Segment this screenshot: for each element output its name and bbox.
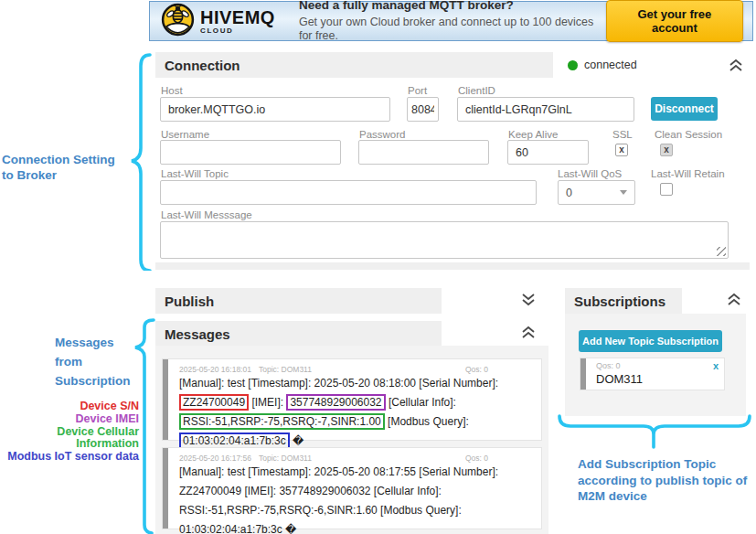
- last-will-message-textarea[interactable]: [160, 221, 729, 259]
- message-tail: �: [293, 434, 303, 447]
- last-will-retain-checkbox[interactable]: [660, 183, 673, 196]
- subscriptions-title: Subscriptions: [574, 294, 665, 309]
- connection-annotation: Connection Setting to Broker: [2, 152, 139, 183]
- last-will-topic-input[interactable]: [160, 180, 537, 205]
- textarea-resize-grip-icon[interactable]: [717, 247, 726, 256]
- subscription-item: Qos: 0 x DOM311: [580, 358, 724, 390]
- disconnect-button[interactable]: Disconnect: [651, 97, 718, 121]
- clean-session-checkbox[interactable]: x: [660, 144, 673, 156]
- modbus-query-value: 01:03:02:04:a1:7b:3c: [179, 433, 290, 449]
- keepalive-label: Keep Alive: [508, 129, 558, 140]
- message-line: [Manual]: test [Timestamp]: 2025-05-20 0…: [179, 463, 541, 482]
- connection-status-label: connected: [584, 59, 637, 71]
- messages-header: Messages: [155, 321, 442, 347]
- connection-header: Connection: [155, 52, 553, 78]
- remove-subscription-button[interactable]: x: [713, 361, 719, 370]
- connected-dot-icon: [568, 60, 578, 70]
- connection-section: Connection connected Host Port ClientID …: [155, 52, 750, 270]
- keepalive-input[interactable]: [507, 140, 589, 165]
- hivemq-logo: HIVEMQ CLOUD: [161, 3, 275, 40]
- modbus-annotation: Modbus IoT sensor data: [0, 451, 139, 464]
- password-label: Password: [359, 129, 406, 140]
- device-cellular-annotation: Device Cellular Information: [0, 426, 139, 452]
- host-label: Host: [161, 85, 183, 96]
- dropdown-arrow-icon: [620, 190, 627, 195]
- message-topic: Topic: DOM311: [259, 365, 465, 374]
- messages-list: 2025-05-20 16:18:01 Topic: DOM311 Qos: 0…: [155, 346, 548, 534]
- subscription-qos: Qos: 0: [596, 361, 621, 370]
- publish-expand-icon[interactable]: [519, 293, 538, 306]
- last-will-retain-label: Last-Will Retain: [651, 168, 725, 179]
- hivemq-cloud-text: CLOUD: [200, 27, 275, 35]
- modbus-separator: [Modbus Query]:: [388, 415, 469, 428]
- messages-collapse-icon[interactable]: [519, 326, 538, 339]
- message-card: 2025-05-20 16:17:56 Topic: DOM311 Qos: 0…: [163, 448, 541, 529]
- clientid-input[interactable]: [457, 97, 634, 122]
- message-qos: Qos: 0: [465, 454, 488, 463]
- message-qos: Qos: 0: [465, 365, 488, 374]
- subscriptions-header: Subscriptions: [565, 288, 682, 314]
- banner-subline: Get your own Cloud broker and connect up…: [299, 16, 606, 44]
- password-input[interactable]: [358, 140, 489, 165]
- message-line: ZZ24700049 [IMEI]: 357748929006032 [Cell…: [179, 393, 541, 412]
- connection-status: connected: [553, 52, 708, 78]
- port-label: Port: [408, 85, 427, 96]
- connection-footer-bar: [155, 262, 750, 270]
- hivemq-brand-text: HIVEMQ: [200, 8, 275, 27]
- subscriptions-panel: Add New Topic Subscription Qos: 0 x DOM3…: [565, 314, 746, 416]
- subscriptions-collapse-icon[interactable]: [725, 293, 743, 306]
- subscription-annotation: Add Subscription Topic according to publ…: [578, 456, 751, 505]
- connection-brace-icon: [130, 53, 154, 274]
- hivemq-bee-icon: [161, 3, 195, 40]
- last-will-qos-value: 0: [566, 187, 572, 199]
- username-input[interactable]: [160, 140, 341, 165]
- message-card: 2025-05-20 16:18:01 Topic: DOM311 Qos: 0…: [163, 359, 541, 440]
- message-timestamp: 2025-05-20 16:18:01: [179, 365, 259, 374]
- publish-header: Publish: [155, 288, 442, 314]
- imei-value: 357748929006032: [286, 394, 385, 411]
- device-imei-annotation: Device IMEI: [0, 413, 139, 426]
- add-topic-subscription-button[interactable]: Add New Topic Subscription: [579, 330, 722, 352]
- serial-number-value: ZZ24700049: [179, 394, 249, 411]
- banner-headline: Need a fully managed MQTT broker?: [299, 0, 606, 14]
- message-line: ZZ24700049 [IMEI]: 357748929006032 [Cell…: [179, 482, 541, 501]
- username-label: Username: [161, 129, 209, 140]
- mqtt-websocket-client-screen: HIVEMQ CLOUD Need a fully managed MQTT b…: [0, 0, 756, 534]
- connection-collapse-icon[interactable]: [727, 59, 745, 72]
- message-timestamp: 2025-05-20 16:17:56: [179, 454, 259, 463]
- clientid-label: ClientID: [458, 85, 495, 96]
- last-will-qos-label: Last-Will QoS: [558, 168, 622, 179]
- publish-title: Publish: [165, 294, 214, 309]
- message-line: 01:03:02:04:a1:7b:3c �: [179, 520, 541, 534]
- hivemq-ad-banner: HIVEMQ CLOUD Need a fully managed MQTT b…: [149, 1, 753, 41]
- host-input[interactable]: [160, 97, 390, 122]
- ssl-label: SSL: [612, 129, 633, 140]
- subscription-topic: DOM311: [596, 372, 719, 386]
- last-will-qos-select[interactable]: 0: [558, 180, 635, 205]
- cellular-separator: [Cellular Info]:: [389, 396, 456, 409]
- message-line: [Manual]: test [Timestamp]: 2025-05-20 0…: [179, 374, 541, 393]
- port-input[interactable]: [407, 97, 439, 122]
- message-line: RSSI:-51,RSRP:-75,RSRQ:-6,SINR:1.60 [Mod…: [179, 501, 541, 520]
- messages-title: Messages: [165, 326, 230, 342]
- last-will-message-label: Last-Will Messsage: [161, 209, 252, 220]
- message-topic: Topic: DOM311: [259, 454, 465, 463]
- imei-separator: [IMEI]:: [251, 396, 283, 409]
- get-free-account-button[interactable]: Get your free account: [606, 0, 743, 42]
- connection-title: Connection: [165, 58, 240, 73]
- clean-session-label: Clean Session: [655, 129, 722, 140]
- cellular-info-value: RSSI:-51,RSRP:-75,RSRQ:-7,SINR:1.00: [179, 413, 385, 430]
- device-sn-annotation: Device S/N: [0, 400, 139, 413]
- subscription-brace-icon: [558, 414, 751, 458]
- ssl-checkbox[interactable]: x: [615, 144, 628, 156]
- message-line: RSSI:-51,RSRP:-75,RSRQ:-7,SINR:1.00 [Mod…: [179, 412, 541, 432]
- last-will-topic-label: Last-Will Topic: [161, 168, 229, 179]
